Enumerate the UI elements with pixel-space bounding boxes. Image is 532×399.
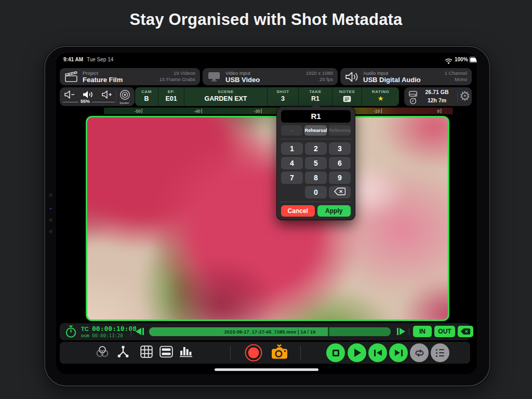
bottom-toolbar: [60, 342, 470, 364]
app-screen: 9:41 AMTue Sep 14 100% Project Feature F…: [56, 53, 477, 374]
clock-date: Tue Sep 14: [87, 57, 113, 62]
free-space: 26.71 GB: [420, 89, 454, 95]
histogram-icon[interactable]: [180, 347, 192, 360]
notes-icon: [343, 96, 351, 104]
status-bar-left: 9:41 AMTue Sep 14: [63, 57, 113, 62]
frame-grab-camera-icon[interactable]: [271, 344, 288, 362]
volume-down-icon[interactable]: [64, 90, 75, 101]
take-type-reference-button[interactable]: Reference: [329, 125, 351, 136]
settings-gear-icon[interactable]: ⚙: [459, 90, 471, 102]
audio-input-label: Audio Input: [363, 70, 388, 76]
skip-to-start-button[interactable]: [368, 343, 387, 362]
keypad-2[interactable]: 2: [305, 142, 327, 155]
tc-label: TC: [81, 326, 89, 332]
divider: [116, 90, 116, 103]
apply-button[interactable]: Apply: [317, 205, 351, 217]
dur-value: 00:00:13:20: [92, 333, 123, 338]
audio-input-card[interactable]: Audio Input USB Digital Audio 1 Channel …: [340, 68, 472, 85]
split-view-icon[interactable]: [159, 346, 173, 360]
project-name: Feature Film: [83, 76, 123, 84]
tc-value: 00:00:10:08: [92, 325, 137, 332]
playlist-button[interactable]: [431, 343, 449, 362]
keypad-9[interactable]: 9: [329, 171, 351, 184]
divider: [457, 90, 458, 103]
metadata-bar: CAMB EP.E01 SCENEGARDEN EXT SHOT3 TAKER1…: [135, 87, 399, 106]
keypad-blank: [281, 186, 303, 198]
project-card[interactable]: Project Feature Film 19 Videos 15 Frame …: [60, 68, 200, 85]
divider: [409, 328, 409, 336]
metadata-shot[interactable]: SHOT3: [268, 87, 299, 106]
storage-card: 26.71 GB 12h 7m ⚙: [404, 87, 472, 106]
front-camera-dot: [49, 193, 52, 197]
keypad-4[interactable]: 4: [281, 157, 303, 169]
take-type-rehearsal-button[interactable]: Rehearsal: [304, 125, 327, 136]
video-frame-flowers: [86, 116, 449, 321]
video-input-value: USB Video: [225, 76, 260, 84]
keypad-3[interactable]: 3: [329, 142, 351, 155]
metadata-episode[interactable]: EP.E01: [158, 87, 184, 106]
color-channels-icon[interactable]: [96, 346, 110, 360]
video-input-card[interactable]: Video Input USB Video 1920 x 1080 25 fps: [203, 68, 338, 85]
clear-backspace-icon: [460, 328, 471, 335]
volume-card: Speaker 55%: [60, 87, 135, 106]
backspace-icon: [334, 188, 345, 197]
marketing-slide: Stay Organised with Shot Metadata 9:41 A…: [0, 0, 532, 399]
take-type-dash-button[interactable]: -: [281, 125, 302, 136]
time-remaining-icon: [409, 97, 417, 107]
play-button[interactable]: [348, 343, 366, 362]
mark-out-button[interactable]: OUT: [434, 326, 455, 337]
vectorscope-icon[interactable]: [117, 345, 130, 361]
page-title: Stay Organised with Shot Metadata: [0, 10, 532, 29]
keypad-6[interactable]: 6: [329, 157, 351, 169]
battery-percent: 100%: [455, 57, 468, 62]
keypad-backspace[interactable]: [329, 186, 351, 198]
mark-in-button[interactable]: IN: [413, 326, 432, 337]
keypad-1[interactable]: 1: [281, 142, 303, 155]
video-input-label: Video Input: [225, 70, 250, 76]
clear-marks-button[interactable]: [458, 326, 473, 337]
keypad-8[interactable]: 8: [305, 171, 327, 184]
keypad-0[interactable]: 0: [305, 186, 327, 198]
grid-view-icon[interactable]: [140, 345, 153, 360]
video-input-stats: 1920 x 1080 25 fps: [306, 70, 333, 83]
speaker-output-label: Speaker: [119, 101, 129, 104]
next-frame-button[interactable]: [396, 328, 405, 335]
clock-time: 9:41 AM: [63, 57, 83, 62]
keypad-5[interactable]: 5: [305, 157, 327, 169]
metadata-cam[interactable]: CAMB: [135, 87, 158, 106]
metadata-scene[interactable]: SCENEGARDEN EXT: [184, 87, 268, 106]
take-entry-popup: R1 - Rehearsal Reference 1 2 3 4 5 6 7 8…: [277, 107, 355, 220]
metadata-notes[interactable]: NOTES: [332, 87, 362, 106]
divider: [230, 346, 231, 360]
timeline-bar: TC 00:00:10:08 DUR 00:00:13:20 2023-09-1…: [60, 323, 470, 340]
clip-progress-bar[interactable]: 2023-09-17_17-27-45_7285.mov | 14 / 19: [149, 327, 391, 336]
dur-label: DUR: [81, 334, 89, 338]
speaker-output-icon[interactable]: [119, 89, 130, 102]
skip-to-end-button[interactable]: [389, 343, 408, 362]
stop-button[interactable]: [326, 343, 345, 362]
project-label: Project: [83, 70, 98, 76]
take-display: R1: [281, 110, 351, 123]
timecode-stopwatch-icon: [64, 325, 77, 340]
volume-level: 55%: [78, 99, 92, 104]
project-stats: 19 Videos 15 Frame Grabs: [159, 70, 195, 83]
record-button[interactable]: [245, 344, 262, 362]
audio-input-stats: 1 Channel Mono: [445, 70, 467, 83]
home-indicator[interactable]: [215, 368, 318, 371]
video-preview: [86, 116, 449, 321]
divider: [280, 202, 352, 202]
loop-button[interactable]: [410, 343, 429, 362]
sensor-dot: [50, 208, 51, 209]
camera-dot: [49, 218, 52, 222]
keypad-7[interactable]: 7: [281, 171, 303, 184]
volume-up-icon[interactable]: [101, 90, 113, 101]
metadata-rating[interactable]: RATING ★: [362, 87, 399, 106]
time-remaining: 12h 7m: [420, 97, 454, 103]
wifi-icon: [445, 57, 453, 66]
divider: [280, 139, 352, 139]
previous-frame-button[interactable]: [136, 328, 145, 335]
clapperboard-icon: [65, 71, 78, 85]
cancel-button[interactable]: Cancel: [281, 205, 315, 217]
rating-star-icon: ★: [362, 95, 399, 102]
divider: [300, 346, 301, 360]
